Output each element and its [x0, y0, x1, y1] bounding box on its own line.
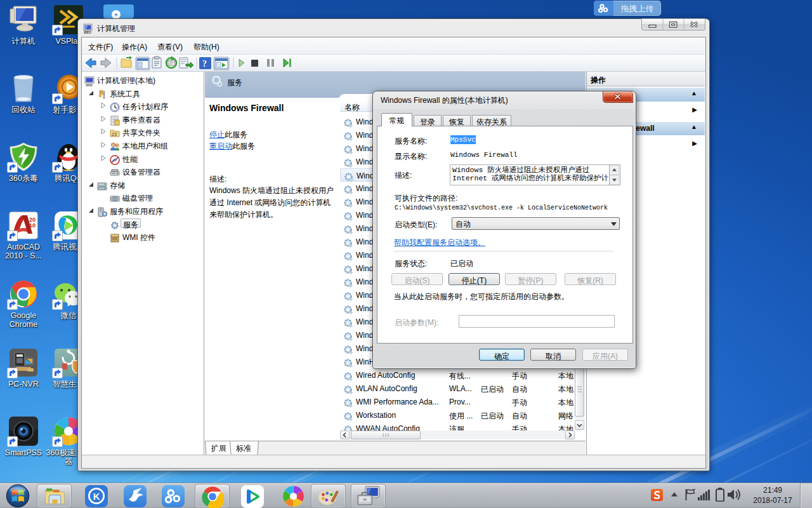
svg-text:23: 23 — [112, 132, 117, 137]
svg-text:K: K — [93, 491, 100, 502]
svg-text:10: 10 — [29, 222, 36, 229]
svg-text:?: ? — [202, 59, 207, 69]
